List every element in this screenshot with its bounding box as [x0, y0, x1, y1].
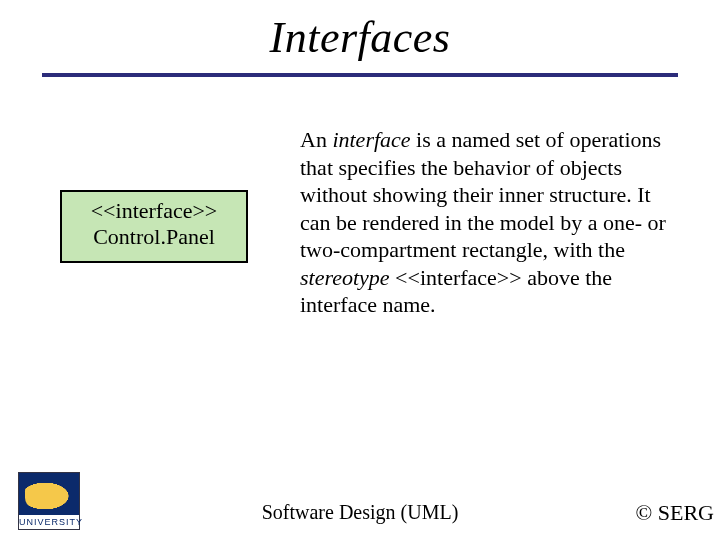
- footer: UNIVERSITY Software Design (UML) © SERG: [0, 470, 720, 530]
- slide: Interfaces <<interface>> Control.Panel A…: [0, 0, 720, 540]
- slide-title: Interfaces: [0, 0, 720, 63]
- desc-emph-interface: interface: [332, 127, 410, 152]
- footer-center-text: Software Design (UML): [0, 501, 720, 524]
- desc-text-1: An: [300, 127, 332, 152]
- uml-stereotype-label: <<interface>>: [70, 198, 238, 224]
- uml-interface-name: Control.Panel: [70, 224, 238, 250]
- description-paragraph: An interface is a named set of operation…: [300, 126, 680, 319]
- footer-copyright: © SERG: [636, 500, 714, 526]
- title-underline: [42, 73, 678, 77]
- desc-emph-stereotype: stereotype: [300, 265, 390, 290]
- uml-interface-box: <<interface>> Control.Panel: [60, 190, 248, 263]
